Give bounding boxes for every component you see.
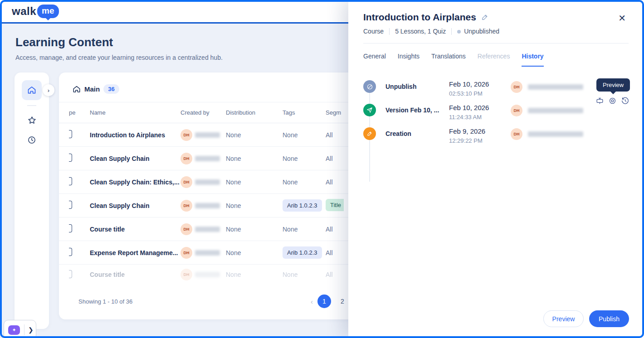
- table-row[interactable]: Clean Supply Chain: Ethics,... DH None N…: [59, 170, 367, 194]
- chevron-right-icon[interactable]: ❯: [28, 326, 34, 333]
- content-name[interactable]: Introduction to Airplanes: [90, 131, 181, 139]
- column-name[interactable]: Name: [90, 109, 181, 116]
- folder-name[interactable]: Main: [84, 85, 100, 93]
- home-icon: [27, 86, 36, 95]
- assistant-widget: ✦ ❯: [4, 320, 36, 338]
- folder-header: Main 36: [59, 72, 367, 102]
- table-header-row: pe Name Created by Distribution Tags Seg…: [59, 102, 367, 123]
- tag-pill: Arib 1.0.2.3: [283, 199, 322, 212]
- pagination-prev-icon[interactable]: ‹: [311, 298, 313, 305]
- content-structure-label: 5 Lessons, 1 Quiz: [395, 28, 446, 35]
- pagination: Showing 1 - 10 of 36 ‹ 1 2: [59, 285, 367, 308]
- redacted-name: [528, 84, 583, 90]
- content-name[interactable]: Expense Report Manageme...: [90, 249, 181, 256]
- redacted-name: [195, 250, 220, 256]
- redacted-name: [195, 179, 220, 185]
- details-panel: Introduction to Airplanes ✕ Course 5 Les…: [348, 0, 644, 338]
- sidebar-item-home[interactable]: [22, 80, 42, 100]
- avatar: DH: [181, 200, 192, 212]
- restore-version-icon[interactable]: [621, 97, 629, 105]
- pagination-page-1[interactable]: 1: [317, 295, 331, 308]
- segment-pill: Title: [326, 199, 344, 211]
- creation-icon: [363, 127, 376, 140]
- table-row[interactable]: Course title DH None None All: [59, 265, 367, 285]
- content-type-label: Course: [363, 28, 384, 35]
- tab-history[interactable]: History: [522, 53, 543, 67]
- history-action: Creation: [385, 127, 449, 137]
- avatar: DH: [181, 129, 192, 141]
- table-row[interactable]: Clean Supply Chain DH None None All: [59, 147, 367, 170]
- sparkle-icon[interactable]: ✦: [8, 325, 20, 335]
- content-name[interactable]: Course title: [90, 226, 181, 233]
- panel-title: Introduction to Airplanes: [363, 12, 476, 23]
- edit-title-icon[interactable]: [481, 13, 489, 21]
- version-actions: [595, 97, 629, 105]
- column-type[interactable]: pe: [59, 109, 90, 116]
- distribution-value: None: [226, 271, 283, 278]
- column-tags[interactable]: Tags: [283, 109, 326, 116]
- redacted-name: [528, 131, 583, 137]
- page-header: Learning Content Access, manage, and cre…: [15, 35, 223, 61]
- preview-button[interactable]: Preview: [543, 310, 584, 327]
- redacted-name: [195, 227, 220, 232]
- table-row[interactable]: Course title DH None None All: [59, 217, 367, 241]
- mini-sidebar: ›: [15, 72, 49, 329]
- star-icon: [27, 116, 37, 125]
- column-created-by[interactable]: Created by: [181, 109, 226, 116]
- content-name[interactable]: Course title: [90, 271, 181, 278]
- avatar: DH: [511, 81, 522, 93]
- chevron-right-icon: ›: [48, 87, 49, 94]
- history-date: Feb 10, 2026: [449, 80, 506, 88]
- sidebar-item-recent[interactable]: [26, 134, 38, 146]
- avatar: DH: [511, 128, 522, 140]
- sidebar-divider: [27, 105, 36, 106]
- logo-me-bubble: me: [37, 5, 59, 18]
- tab-insights[interactable]: Insights: [398, 53, 420, 67]
- tags-value: None: [283, 179, 326, 186]
- redacted-name: [195, 156, 220, 161]
- view-eye-icon[interactable]: [608, 97, 617, 105]
- history-timeline: Unpublish Feb 10, 2026 02:53:10 PM DH Ve…: [348, 67, 644, 144]
- walkme-logo[interactable]: walk me: [12, 5, 59, 18]
- history-time: 02:53:10 PM: [449, 90, 506, 97]
- distribution-value: None: [226, 249, 283, 256]
- redacted-name: [195, 272, 220, 277]
- publish-version-icon: [363, 104, 376, 116]
- tags-value: None: [283, 226, 326, 233]
- type-icon: [59, 177, 90, 187]
- meta-divider: [389, 28, 390, 35]
- preview-tooltip: Preview: [596, 78, 630, 92]
- content-name[interactable]: Clean Supply Chain: Ethics,...: [90, 179, 181, 186]
- pagination-page-2[interactable]: 2: [336, 295, 349, 308]
- history-date: Feb 10, 2026: [449, 104, 506, 111]
- tab-general[interactable]: General: [363, 53, 386, 67]
- table-row[interactable]: Introduction to Airplanes DH None None A…: [59, 123, 367, 147]
- content-name[interactable]: Clean Supply Chain: [90, 202, 181, 209]
- publish-button[interactable]: Publish: [589, 310, 629, 327]
- table-row[interactable]: Expense Report Manageme... DH None Arib …: [59, 241, 367, 265]
- sidebar-expand-button[interactable]: ›: [43, 84, 54, 96]
- sidebar-item-favorites[interactable]: [26, 114, 38, 126]
- table-row[interactable]: Clean Supply Chain DH None Arib 1.0.2.3 …: [59, 194, 367, 217]
- folder-home-icon: [73, 85, 81, 93]
- type-icon: [59, 130, 90, 140]
- column-distribution[interactable]: Distribution: [226, 109, 283, 116]
- avatar: DH: [181, 153, 192, 164]
- page-title: Learning Content: [15, 35, 223, 49]
- redacted-name: [195, 203, 220, 208]
- close-icon[interactable]: ✕: [618, 14, 626, 23]
- clock-icon: [27, 135, 36, 145]
- content-name[interactable]: Clean Supply Chain: [90, 155, 181, 162]
- item-count-badge: 36: [103, 84, 119, 94]
- tab-translations[interactable]: Translations: [431, 53, 466, 67]
- tag-pill: Arib 1.0.2.3: [283, 246, 322, 259]
- avatar: DH: [181, 247, 192, 259]
- history-date: Feb 9, 2026: [449, 127, 506, 135]
- tags-value: None: [283, 271, 326, 278]
- avatar: DH: [511, 105, 522, 116]
- page-subtitle: Access, manage, and create your learning…: [15, 54, 223, 61]
- content-table-card: Main 36 pe Name Created by Distribution …: [59, 72, 367, 319]
- tags-value: None: [283, 155, 326, 162]
- preview-in-player-icon[interactable]: [595, 97, 604, 105]
- avatar: DH: [181, 176, 192, 188]
